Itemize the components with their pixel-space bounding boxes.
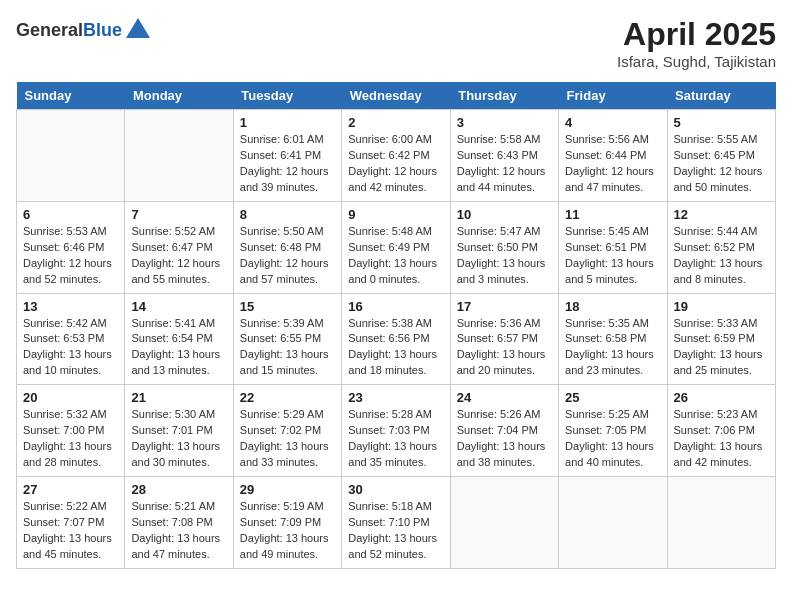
day-number: 23 xyxy=(348,390,443,405)
month-title: April 2025 xyxy=(617,16,776,53)
day-info: Sunrise: 5:42 AM Sunset: 6:53 PM Dayligh… xyxy=(23,316,118,380)
day-number: 28 xyxy=(131,482,226,497)
day-info: Sunrise: 5:33 AM Sunset: 6:59 PM Dayligh… xyxy=(674,316,769,380)
day-info: Sunrise: 5:50 AM Sunset: 6:48 PM Dayligh… xyxy=(240,224,335,288)
day-number: 7 xyxy=(131,207,226,222)
day-number: 20 xyxy=(23,390,118,405)
col-header-saturday: Saturday xyxy=(667,82,775,110)
day-info: Sunrise: 5:21 AM Sunset: 7:08 PM Dayligh… xyxy=(131,499,226,563)
day-number: 19 xyxy=(674,299,769,314)
day-info: Sunrise: 5:39 AM Sunset: 6:55 PM Dayligh… xyxy=(240,316,335,380)
day-cell: 30Sunrise: 5:18 AM Sunset: 7:10 PM Dayli… xyxy=(342,477,450,569)
day-info: Sunrise: 5:55 AM Sunset: 6:45 PM Dayligh… xyxy=(674,132,769,196)
logo-blue: Blue xyxy=(83,20,122,40)
day-cell: 9Sunrise: 5:48 AM Sunset: 6:49 PM Daylig… xyxy=(342,201,450,293)
day-number: 15 xyxy=(240,299,335,314)
page-header: GeneralBlue April 2025 Isfara, Sughd, Ta… xyxy=(16,16,776,70)
day-cell xyxy=(450,477,558,569)
day-cell: 27Sunrise: 5:22 AM Sunset: 7:07 PM Dayli… xyxy=(17,477,125,569)
day-number: 29 xyxy=(240,482,335,497)
logo-icon xyxy=(124,16,152,44)
col-header-friday: Friday xyxy=(559,82,667,110)
day-info: Sunrise: 5:25 AM Sunset: 7:05 PM Dayligh… xyxy=(565,407,660,471)
day-number: 1 xyxy=(240,115,335,130)
calendar-table: SundayMondayTuesdayWednesdayThursdayFrid… xyxy=(16,82,776,569)
day-cell: 6Sunrise: 5:53 AM Sunset: 6:46 PM Daylig… xyxy=(17,201,125,293)
logo: GeneralBlue xyxy=(16,16,152,44)
week-row-2: 6Sunrise: 5:53 AM Sunset: 6:46 PM Daylig… xyxy=(17,201,776,293)
day-cell xyxy=(667,477,775,569)
week-row-1: 1Sunrise: 6:01 AM Sunset: 6:41 PM Daylig… xyxy=(17,110,776,202)
day-number: 18 xyxy=(565,299,660,314)
day-info: Sunrise: 5:19 AM Sunset: 7:09 PM Dayligh… xyxy=(240,499,335,563)
col-header-monday: Monday xyxy=(125,82,233,110)
day-number: 2 xyxy=(348,115,443,130)
day-info: Sunrise: 5:22 AM Sunset: 7:07 PM Dayligh… xyxy=(23,499,118,563)
day-number: 10 xyxy=(457,207,552,222)
day-cell: 15Sunrise: 5:39 AM Sunset: 6:55 PM Dayli… xyxy=(233,293,341,385)
day-cell: 8Sunrise: 5:50 AM Sunset: 6:48 PM Daylig… xyxy=(233,201,341,293)
day-cell: 14Sunrise: 5:41 AM Sunset: 6:54 PM Dayli… xyxy=(125,293,233,385)
day-cell xyxy=(559,477,667,569)
day-info: Sunrise: 5:32 AM Sunset: 7:00 PM Dayligh… xyxy=(23,407,118,471)
day-cell: 2Sunrise: 6:00 AM Sunset: 6:42 PM Daylig… xyxy=(342,110,450,202)
day-info: Sunrise: 5:23 AM Sunset: 7:06 PM Dayligh… xyxy=(674,407,769,471)
day-info: Sunrise: 5:18 AM Sunset: 7:10 PM Dayligh… xyxy=(348,499,443,563)
day-number: 8 xyxy=(240,207,335,222)
day-info: Sunrise: 5:56 AM Sunset: 6:44 PM Dayligh… xyxy=(565,132,660,196)
day-number: 17 xyxy=(457,299,552,314)
day-cell: 23Sunrise: 5:28 AM Sunset: 7:03 PM Dayli… xyxy=(342,385,450,477)
day-cell xyxy=(125,110,233,202)
day-cell: 25Sunrise: 5:25 AM Sunset: 7:05 PM Dayli… xyxy=(559,385,667,477)
day-info: Sunrise: 5:47 AM Sunset: 6:50 PM Dayligh… xyxy=(457,224,552,288)
col-header-thursday: Thursday xyxy=(450,82,558,110)
day-info: Sunrise: 5:53 AM Sunset: 6:46 PM Dayligh… xyxy=(23,224,118,288)
day-number: 25 xyxy=(565,390,660,405)
day-cell: 5Sunrise: 5:55 AM Sunset: 6:45 PM Daylig… xyxy=(667,110,775,202)
day-info: Sunrise: 5:41 AM Sunset: 6:54 PM Dayligh… xyxy=(131,316,226,380)
day-cell xyxy=(17,110,125,202)
title-block: April 2025 Isfara, Sughd, Tajikistan xyxy=(617,16,776,70)
day-number: 21 xyxy=(131,390,226,405)
day-number: 30 xyxy=(348,482,443,497)
day-number: 9 xyxy=(348,207,443,222)
day-cell: 26Sunrise: 5:23 AM Sunset: 7:06 PM Dayli… xyxy=(667,385,775,477)
day-cell: 16Sunrise: 5:38 AM Sunset: 6:56 PM Dayli… xyxy=(342,293,450,385)
day-number: 14 xyxy=(131,299,226,314)
day-info: Sunrise: 5:36 AM Sunset: 6:57 PM Dayligh… xyxy=(457,316,552,380)
day-number: 4 xyxy=(565,115,660,130)
day-number: 11 xyxy=(565,207,660,222)
day-info: Sunrise: 5:58 AM Sunset: 6:43 PM Dayligh… xyxy=(457,132,552,196)
day-number: 22 xyxy=(240,390,335,405)
day-number: 6 xyxy=(23,207,118,222)
day-cell: 22Sunrise: 5:29 AM Sunset: 7:02 PM Dayli… xyxy=(233,385,341,477)
day-number: 13 xyxy=(23,299,118,314)
week-row-4: 20Sunrise: 5:32 AM Sunset: 7:00 PM Dayli… xyxy=(17,385,776,477)
day-cell: 28Sunrise: 5:21 AM Sunset: 7:08 PM Dayli… xyxy=(125,477,233,569)
day-number: 3 xyxy=(457,115,552,130)
day-info: Sunrise: 5:35 AM Sunset: 6:58 PM Dayligh… xyxy=(565,316,660,380)
location: Isfara, Sughd, Tajikistan xyxy=(617,53,776,70)
day-cell: 20Sunrise: 5:32 AM Sunset: 7:00 PM Dayli… xyxy=(17,385,125,477)
day-cell: 7Sunrise: 5:52 AM Sunset: 6:47 PM Daylig… xyxy=(125,201,233,293)
day-number: 12 xyxy=(674,207,769,222)
day-cell: 13Sunrise: 5:42 AM Sunset: 6:53 PM Dayli… xyxy=(17,293,125,385)
day-number: 27 xyxy=(23,482,118,497)
day-cell: 21Sunrise: 5:30 AM Sunset: 7:01 PM Dayli… xyxy=(125,385,233,477)
day-info: Sunrise: 5:44 AM Sunset: 6:52 PM Dayligh… xyxy=(674,224,769,288)
day-info: Sunrise: 5:29 AM Sunset: 7:02 PM Dayligh… xyxy=(240,407,335,471)
header-row: SundayMondayTuesdayWednesdayThursdayFrid… xyxy=(17,82,776,110)
day-info: Sunrise: 5:45 AM Sunset: 6:51 PM Dayligh… xyxy=(565,224,660,288)
day-cell: 11Sunrise: 5:45 AM Sunset: 6:51 PM Dayli… xyxy=(559,201,667,293)
day-info: Sunrise: 5:30 AM Sunset: 7:01 PM Dayligh… xyxy=(131,407,226,471)
day-number: 26 xyxy=(674,390,769,405)
day-number: 16 xyxy=(348,299,443,314)
day-cell: 19Sunrise: 5:33 AM Sunset: 6:59 PM Dayli… xyxy=(667,293,775,385)
day-info: Sunrise: 6:01 AM Sunset: 6:41 PM Dayligh… xyxy=(240,132,335,196)
svg-marker-0 xyxy=(126,18,150,38)
day-cell: 17Sunrise: 5:36 AM Sunset: 6:57 PM Dayli… xyxy=(450,293,558,385)
day-info: Sunrise: 5:26 AM Sunset: 7:04 PM Dayligh… xyxy=(457,407,552,471)
day-cell: 12Sunrise: 5:44 AM Sunset: 6:52 PM Dayli… xyxy=(667,201,775,293)
day-cell: 10Sunrise: 5:47 AM Sunset: 6:50 PM Dayli… xyxy=(450,201,558,293)
logo-general: General xyxy=(16,20,83,40)
